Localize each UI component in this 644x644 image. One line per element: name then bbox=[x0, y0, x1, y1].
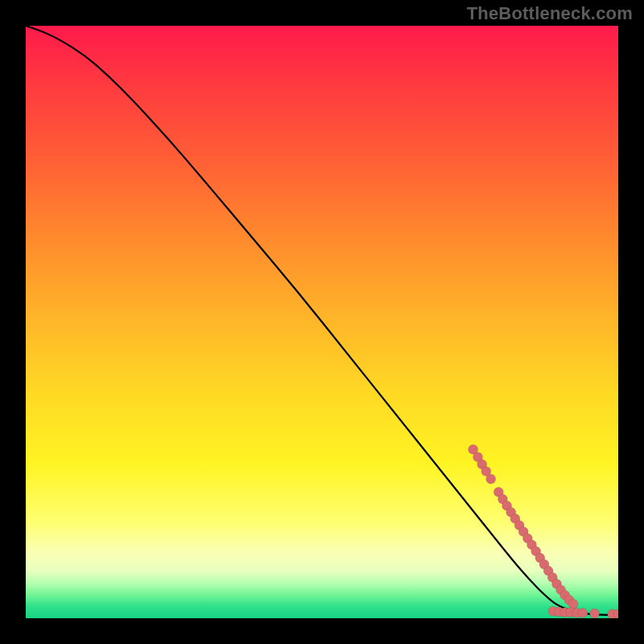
chart-stage: TheBottleneck.com bbox=[0, 0, 644, 644]
data-point bbox=[486, 474, 496, 484]
bottleneck-curve bbox=[26, 26, 618, 615]
watermark-text: TheBottleneck.com bbox=[467, 3, 633, 24]
data-point bbox=[590, 609, 600, 618]
plot-area bbox=[26, 26, 618, 618]
data-point bbox=[578, 608, 588, 617]
scatter-points bbox=[469, 444, 618, 618]
chart-overlay bbox=[26, 26, 618, 618]
